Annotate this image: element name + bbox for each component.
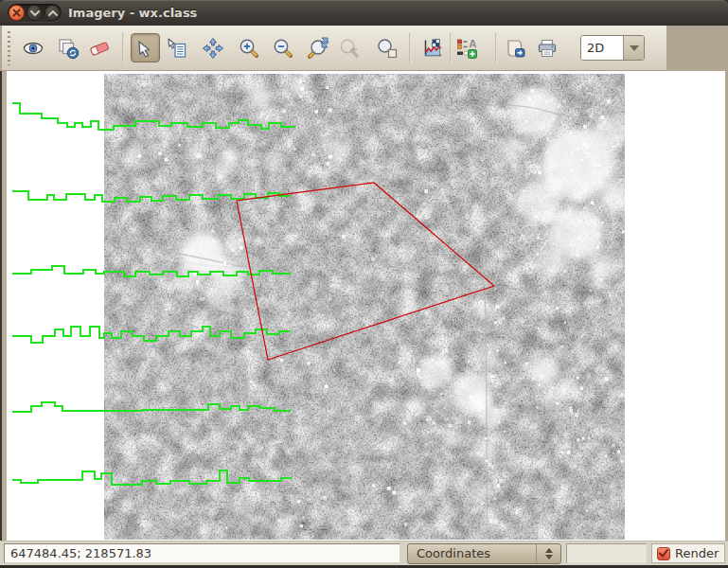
title-bar[interactable]: Imagery - wx.class: [0, 0, 728, 26]
chevron-down-icon: [30, 10, 40, 16]
close-icon: [12, 9, 21, 17]
render-option: Render: [651, 543, 725, 563]
chevron-down-icon: [630, 45, 639, 51]
magnifier-minus-icon: [272, 37, 294, 60]
toolbar-grip-handle[interactable]: [6, 31, 12, 65]
print-display-button[interactable]: [535, 36, 559, 61]
chevron-up-icon: [545, 548, 553, 553]
toolbar-panel: A 2: [2, 26, 666, 71]
toolbar-separator: [495, 33, 497, 63]
chevron-up-icon: [48, 10, 58, 16]
zoom-in-button[interactable]: [237, 36, 261, 61]
printer-icon: [536, 37, 559, 60]
svg-text:A: A: [470, 39, 477, 49]
render-checkbox[interactable]: [657, 547, 670, 560]
view-mode-value: 2D view: [581, 36, 623, 60]
magnifier-region-icon: [376, 37, 399, 60]
show-display-button[interactable]: [21, 36, 45, 61]
magnifier-back-icon: [338, 37, 361, 60]
chart-icon: [421, 37, 444, 60]
satellite-raster-image: [104, 74, 625, 540]
statusbar-aux-field: [566, 543, 647, 563]
view-mode-select[interactable]: 2D view: [580, 35, 645, 61]
toolbar: A 2: [0, 26, 728, 71]
toolbar-separator: [409, 33, 411, 63]
window-left-border: [0, 71, 2, 541]
zoom-out-button[interactable]: [271, 36, 295, 61]
export-file-icon: [504, 37, 526, 60]
add-overlay-button[interactable]: A: [453, 36, 478, 61]
window-buttons: [8, 4, 62, 22]
query-info-icon: [166, 37, 188, 60]
magnifier-plus-icon: [238, 37, 260, 60]
toolbar-separator: [122, 33, 124, 63]
save-display-button[interactable]: [503, 36, 527, 61]
render-label: Render: [675, 546, 719, 560]
view-mode-dropdown-button[interactable]: [623, 36, 644, 60]
statusbar-mode-select[interactable]: Coordinates: [407, 543, 561, 564]
map-canvas[interactable]: [7, 71, 725, 541]
toolbar-separator: [450, 33, 452, 63]
status-bar: 647484.45; 218571.83 Coordinates Render: [0, 541, 728, 565]
window-title: Imagery - wx.class: [68, 0, 197, 26]
statusbar-mode-spinner[interactable]: [536, 544, 560, 563]
pan-arrows-icon: [202, 37, 224, 60]
analyze-map-button[interactable]: [420, 36, 445, 61]
cursor-arrow-icon: [135, 38, 156, 59]
coordinate-display-field[interactable]: 647484.45; 218571.83: [4, 543, 400, 563]
zoom-back-button[interactable]: [337, 36, 362, 61]
layers-refresh-icon: [57, 37, 80, 60]
statusbar-mode-value: Coordinates: [408, 544, 536, 563]
query-button[interactable]: [165, 36, 189, 61]
chevron-down-icon: [545, 555, 553, 559]
minimize-button[interactable]: [27, 5, 43, 21]
pan-button[interactable]: [201, 36, 225, 61]
eraser-icon: [88, 37, 111, 60]
legend-add-icon: A: [454, 37, 477, 60]
render-map-button[interactable]: [56, 36, 80, 61]
zoom-options-button[interactable]: [375, 36, 400, 61]
close-button[interactable]: [9, 5, 25, 21]
eye-icon: [22, 37, 44, 60]
erase-display-button[interactable]: [87, 36, 112, 61]
check-icon: [659, 549, 668, 558]
magnifier-arrows-icon: [305, 37, 329, 60]
pointer-button[interactable]: [131, 33, 160, 62]
map-display-area: [0, 71, 728, 541]
zoom-extent-button[interactable]: [305, 36, 329, 61]
maximize-button[interactable]: [44, 5, 61, 21]
